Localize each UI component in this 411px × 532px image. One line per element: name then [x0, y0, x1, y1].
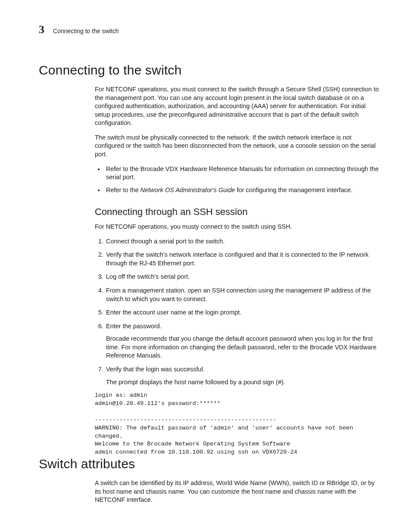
- step-item: Enter the account user name at the login…: [105, 308, 381, 317]
- paragraph: For NETCONF operations, you musty connec…: [95, 223, 381, 231]
- section-heading: Switch attributes: [39, 457, 381, 471]
- list-item: Refer to the Brocade VDX Hardware Refere…: [104, 165, 381, 182]
- paragraph: A switch can be identified by its IP add…: [95, 479, 381, 504]
- running-title: Connecting to the switch: [53, 28, 119, 34]
- step-item: Verify that the login was successful. Th…: [105, 365, 381, 386]
- step-subtext: Brocade recommends that you change the d…: [106, 335, 381, 360]
- step-item: From a management station, open an SSH c…: [105, 286, 381, 303]
- step-item: Enter the password. Brocade recommends t…: [105, 322, 381, 360]
- running-header: 3 Connecting to the switch: [39, 23, 381, 36]
- section-body: For NETCONF operations, you must connect…: [95, 85, 381, 457]
- page-content: 3 Connecting to the switch Connecting to…: [0, 0, 411, 532]
- step-text: Enter the password.: [106, 323, 162, 330]
- chapter-number: 3: [39, 23, 44, 36]
- step-text: Verify that the login was successful.: [106, 366, 205, 373]
- italic-reference: Network OS Administrator's Guide: [140, 187, 235, 193]
- step-item: Log off the switch's serial port.: [105, 273, 381, 281]
- step-item: Connect through a serial port to the swi…: [105, 237, 381, 246]
- step-subtext: The prompt displays the host name follow…: [106, 378, 381, 387]
- subsection-heading: Connecting through an SSH session: [95, 206, 381, 218]
- ordered-steps: Connect through a serial port to the swi…: [95, 237, 381, 386]
- bullet-list: Refer to the Brocade VDX Hardware Refere…: [95, 165, 381, 195]
- text-run: Refer to the: [106, 187, 140, 193]
- list-item: Refer to the Network OS Administrator's …: [104, 186, 381, 195]
- section-heading: Connecting to the switch: [39, 63, 381, 78]
- paragraph: The switch must be physically connected …: [95, 134, 381, 159]
- text-run: for configuring the management interface…: [235, 187, 352, 193]
- paragraph: For NETCONF operations, you must connect…: [95, 85, 381, 128]
- section-body: A switch can be identified by its IP add…: [95, 479, 381, 504]
- terminal-output: login as: admin admin@10.20.49.112's pas…: [95, 392, 381, 457]
- step-item: Verify that the switch's network interfa…: [105, 251, 381, 268]
